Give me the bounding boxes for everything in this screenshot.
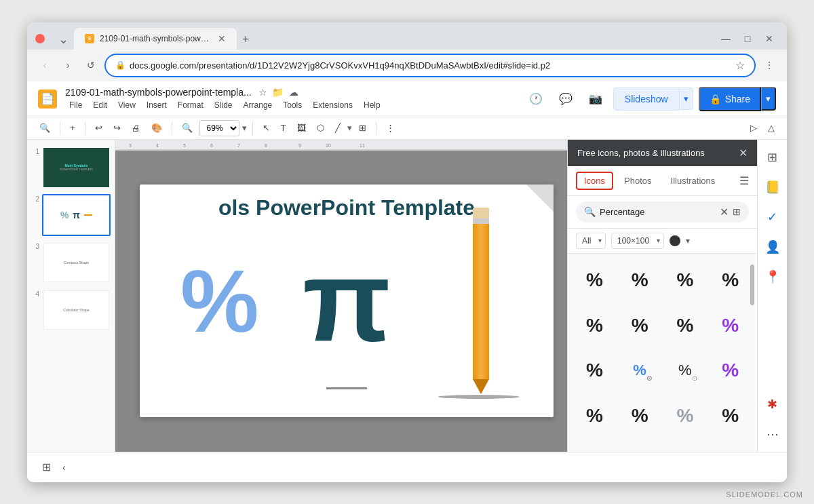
contacts-side-btn[interactable]: 👤 [760,235,785,259]
filter-size-select[interactable]: 100×100 [611,233,664,249]
close-btn[interactable]: ✕ [760,29,779,48]
maximize-btn[interactable]: □ [738,29,757,48]
icon-percent-3[interactable]: % [664,259,707,302]
tasks-side-btn[interactable]: ✓ [760,205,785,229]
new-tab-btn[interactable]: + [237,30,255,50]
menu-file[interactable]: File [65,99,86,111]
panel-close-btn[interactable]: ✕ [739,147,748,159]
search-clear-btn[interactable]: ✕ [720,206,729,218]
icon-percent-13[interactable]: % [573,395,616,438]
nav-left-btn[interactable]: ‹ [62,462,66,473]
search-input[interactable] [600,207,716,217]
icon-percent-16[interactable]: % [709,395,752,438]
more-tools-btn[interactable]: ⋮ [382,120,399,136]
calendar-side-btn[interactable]: ⊞ [760,145,785,170]
more-side-btn[interactable]: ⋯ [760,422,785,446]
icon-percent-15-gray[interactable]: % [664,395,707,438]
back-btn[interactable]: ‹ [35,56,54,75]
filter-color-dot[interactable] [670,235,680,246]
slide-thumb-1[interactable]: 1 Math Symbols POWERPOINT TEMPLATE [30,145,112,190]
share-btn[interactable]: 🔒 Share [699,87,761,111]
comments-btn[interactable]: 💬 [554,87,578,111]
shapes-tool-btn[interactable]: ⬡ [313,120,328,136]
refresh-btn[interactable]: ↺ [81,56,100,75]
menu-format[interactable]: Format [174,99,208,111]
menu-tools[interactable]: Tools [279,99,306,111]
menu-insert[interactable]: Insert [142,99,171,111]
menu-help[interactable]: Help [360,99,385,111]
icon-percent-10-blue[interactable]: % ⊙ [619,349,661,392]
icon-percent-12-purple[interactable]: % [709,349,752,392]
icon-percent-1[interactable]: % [573,259,616,302]
url-input[interactable] [130,60,731,71]
tab-photos[interactable]: Photos [616,172,659,190]
slide-img-4[interactable]: Calculator Shape [42,289,111,331]
panel-menu-btn[interactable]: ☰ [739,174,749,187]
camera-btn[interactable]: 📷 [583,87,608,111]
slide-thumb-2[interactable]: 2 % π [30,193,112,237]
plugin-side-btn[interactable]: ✱ [760,392,785,416]
more-options-btn[interactable]: ⋮ [760,56,779,75]
arrange-right-btn[interactable]: ▷ [746,120,761,136]
lines-tool-btn[interactable]: ╱ [331,120,345,136]
zoom-dropdown-btn[interactable]: ▾ [242,123,247,133]
bookmark-icon[interactable]: ☆ [735,59,745,72]
icon-percent-11-outlined[interactable]: % ⊙ [664,349,707,392]
icon-percent-8-purple[interactable]: % [709,304,752,347]
undo-btn[interactable]: ↩ [91,120,106,136]
share-dropdown-btn[interactable]: ▾ [761,87,776,111]
table-tool-btn[interactable]: ⊞ [355,120,370,136]
tab-close-btn[interactable]: ✕ [218,33,226,44]
maps-side-btn[interactable]: 📍 [760,265,785,289]
search-grid-btn[interactable]: ⊞ [733,206,741,217]
tab-dropdown-btn[interactable]: ⌄ [56,29,71,50]
slideshow-btn[interactable]: Slideshow [613,88,680,111]
history-btn[interactable]: 🕐 [524,87,548,111]
icon-percent-6[interactable]: % [619,304,661,347]
star-btn[interactable]: ☆ [258,87,267,98]
icon-percent-2[interactable]: % [619,259,661,302]
menu-slide[interactable]: Slide [210,99,237,111]
browser-close-btn[interactable] [35,34,45,43]
minimize-btn[interactable]: — [716,29,735,48]
slideshow-dropdown-btn[interactable]: ▾ [680,88,693,110]
zoom-out-icon[interactable]: 🔍 [178,120,197,136]
icon-percent-9[interactable]: % [573,349,616,392]
filter-all-select[interactable]: All [576,233,606,249]
tab-icons[interactable]: Icons [576,172,613,190]
menu-arrange[interactable]: Arrange [239,99,277,111]
paint-format-btn[interactable]: 🎨 [147,120,166,136]
tab-illustrations[interactable]: Illustrations [663,172,724,190]
slide-img-2[interactable]: % π [42,194,111,236]
print-btn[interactable]: 🖨 [128,120,144,136]
zoom-in-btn[interactable]: + [66,120,79,136]
slide-img-1[interactable]: Math Symbols POWERPOINT TEMPLATE [42,147,111,189]
slide-thumb-4[interactable]: 4 Calculator Shape [30,288,112,332]
grid-view-btn[interactable]: ⊞ [35,457,57,478]
cloud-btn[interactable]: ☁ [289,87,298,98]
keep-side-btn[interactable]: 📒 [760,175,785,199]
main-slide[interactable]: ols PowerPoint Template % π [140,185,554,417]
icon-percent-14[interactable]: % [619,395,661,438]
filter-color-dropdown[interactable]: ▾ [686,236,690,246]
text-tool-btn[interactable]: T [277,120,290,136]
folder-btn[interactable]: 📁 [272,87,284,98]
search-input-wrap[interactable]: 🔍 ✕ ⊞ [576,201,749,222]
icon-percent-7[interactable]: % [664,304,707,347]
menu-edit[interactable]: Edit [89,99,111,111]
browser-tab-active[interactable]: S 2109-01-math-symbols-power... ✕ [74,28,237,50]
search-tool-btn[interactable]: 🔍 [35,120,54,136]
slide-img-3[interactable]: Compass Shape [42,241,111,284]
zoom-selector[interactable]: 69% [199,120,239,136]
menu-view[interactable]: View [114,99,140,111]
address-bar[interactable]: 🔒 ☆ [104,54,756,77]
redo-btn[interactable]: ↪ [109,120,125,136]
lines-dropdown-btn[interactable]: ▾ [347,123,352,133]
image-tool-btn[interactable]: 🖼 [293,120,310,136]
icon-percent-4[interactable]: % [709,259,752,302]
menu-extensions[interactable]: Extensions [309,99,357,111]
arrange-up-btn[interactable]: △ [764,120,779,136]
slide-thumb-3[interactable]: 3 Compass Shape [30,240,112,285]
icon-percent-5[interactable]: % [573,304,616,347]
forward-btn[interactable]: › [58,56,77,75]
